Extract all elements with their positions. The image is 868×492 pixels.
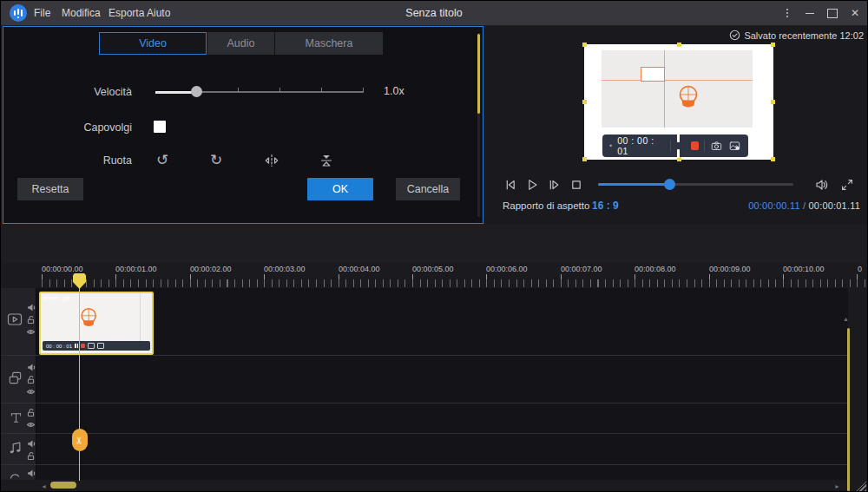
track-text-header xyxy=(1,403,36,433)
seek-slider[interactable] xyxy=(598,183,793,186)
hide-track-icon[interactable] xyxy=(26,327,36,337)
clip-name: ature-.gif xyxy=(43,294,70,302)
track-music xyxy=(1,434,848,465)
seek-slider-handle[interactable] xyxy=(664,179,675,190)
timeline: 00:00:00.00 00:00:01.00 00:00:02.00 00:0… xyxy=(1,263,867,492)
timeline-clip[interactable]: ature-.gif 00 : 00 : 01 xyxy=(39,292,154,355)
hide-track-icon[interactable] xyxy=(26,387,36,397)
selection-handle[interactable] xyxy=(677,43,681,47)
mute-track-icon[interactable] xyxy=(26,439,36,449)
rotate-cw-icon[interactable]: ↻ xyxy=(210,153,222,167)
flip-label: Capovolgi xyxy=(3,121,132,134)
track-video-lane[interactable] xyxy=(36,288,848,355)
vertical-scrollbar-thumb[interactable] xyxy=(847,328,850,491)
clip-pause-icon xyxy=(75,344,78,348)
check-circle-icon xyxy=(729,30,740,41)
horizontal-scrollbar-thumb[interactable] xyxy=(50,482,76,489)
reset-button[interactable]: Resetta xyxy=(17,178,83,200)
track-effects-lane[interactable] xyxy=(36,465,848,480)
speed-value: 1.0x xyxy=(384,85,404,97)
rotate-label: Ruota xyxy=(3,154,132,167)
clip-target-thumbnail xyxy=(80,307,99,331)
track-music-header xyxy=(1,434,36,464)
rotate-ccw-icon[interactable]: ↺ xyxy=(156,153,168,167)
selection-handle[interactable] xyxy=(771,157,775,161)
stop-button[interactable] xyxy=(566,174,587,195)
app-window: File Modifica Esporta Aiuto Senza titolo… xyxy=(0,0,868,492)
track-effects xyxy=(1,465,848,480)
record-stop-button[interactable] xyxy=(691,141,699,150)
flip-checkbox[interactable] xyxy=(154,121,166,133)
kebab-menu-button[interactable] xyxy=(779,5,796,21)
track-video: ature-.gif 00 : 00 : 01 xyxy=(1,288,848,356)
scroll-up-icon[interactable]: ▲ xyxy=(843,316,849,322)
close-button[interactable]: ✕ xyxy=(846,5,864,21)
clip-record-icon xyxy=(81,344,85,348)
ruler-label: 00:00:08.00 xyxy=(635,265,676,273)
clip-recorder-bar: 00 : 00 : 01 xyxy=(43,341,150,351)
lock-track-icon[interactable] xyxy=(26,451,36,461)
mute-track-icon[interactable] xyxy=(26,469,36,478)
next-frame-button[interactable] xyxy=(543,174,564,195)
guide-vertical xyxy=(664,50,665,128)
scroll-left-icon[interactable]: ◄ xyxy=(41,483,47,489)
minimize-button[interactable] xyxy=(801,5,819,21)
selection-handle[interactable] xyxy=(771,100,775,104)
timeline-toolbar: ↶ ↷ ✂ xyxy=(1,225,867,263)
selection-handle[interactable] xyxy=(582,100,587,104)
snapshot-icon[interactable] xyxy=(728,139,741,153)
panel-scrollbar-thumb[interactable] xyxy=(477,34,480,114)
camera-icon[interactable] xyxy=(710,139,723,153)
aspect-ratio-value[interactable]: 16 : 9 xyxy=(592,200,619,212)
ruler-label: 00:00:06.00 xyxy=(486,265,528,273)
mute-track-icon[interactable] xyxy=(26,303,36,312)
playhead-split-handle[interactable]: ✂ xyxy=(72,429,88,451)
cancel-button[interactable]: Cancella xyxy=(396,178,460,200)
flip-horizontal-icon[interactable] xyxy=(263,152,280,169)
recorder-overlay-bar: • 00 : 00 : 01 xyxy=(602,134,748,157)
tab-maschera[interactable]: Maschera xyxy=(275,32,383,55)
speed-slider-handle[interactable] xyxy=(191,86,202,97)
lock-track-icon[interactable] xyxy=(26,375,36,384)
timeline-ruler[interactable]: 00:00:00.00 00:00:01.00 00:00:02.00 00:0… xyxy=(1,263,867,288)
lock-track-icon[interactable] xyxy=(26,315,36,325)
ruler-label: 00:00:05.00 xyxy=(412,265,454,273)
pause-icon[interactable] xyxy=(676,130,686,161)
video-track-icon xyxy=(6,311,23,328)
horizontal-scrollbar[interactable]: ◄ ► xyxy=(1,481,867,492)
panel-scrollbar[interactable] xyxy=(477,33,480,217)
selection-handle[interactable] xyxy=(582,157,587,161)
maximize-icon xyxy=(827,9,838,18)
close-icon: ✕ xyxy=(851,7,859,19)
saved-status: Salvato recentemente 12:02 xyxy=(729,30,864,41)
scroll-right-icon[interactable]: ► xyxy=(834,483,840,489)
annotation-rectangle[interactable] xyxy=(641,67,665,82)
track-overlay xyxy=(1,356,848,403)
preview-canvas xyxy=(602,50,753,128)
preview-panel: Salvato recentemente 12:02 xyxy=(484,26,868,225)
selection-handle[interactable] xyxy=(771,43,775,47)
play-button[interactable] xyxy=(522,174,542,195)
mute-track-icon[interactable] xyxy=(26,363,36,372)
recorder-time: 00 : 00 : 01 xyxy=(617,135,665,156)
tab-audio[interactable]: Audio xyxy=(207,32,274,55)
previous-frame-button[interactable] xyxy=(500,174,521,195)
volume-button[interactable] xyxy=(812,174,832,195)
target-sticker[interactable] xyxy=(678,85,700,113)
hide-track-icon[interactable] xyxy=(26,420,36,430)
selection-handle[interactable] xyxy=(582,43,587,47)
lock-track-icon[interactable] xyxy=(26,408,36,417)
fullscreen-button[interactable] xyxy=(837,174,858,195)
maximize-button[interactable] xyxy=(824,5,841,21)
track-text-lane[interactable] xyxy=(36,403,848,433)
track-music-lane[interactable] xyxy=(36,434,848,464)
speed-slider[interactable] xyxy=(155,91,364,93)
tab-video[interactable]: Video xyxy=(99,32,207,55)
preview-stage[interactable]: • 00 : 00 : 01 xyxy=(584,44,773,160)
ok-button[interactable]: OK xyxy=(307,178,373,200)
split-scissors-icon: ✂ xyxy=(76,436,85,443)
track-overlay-lane[interactable] xyxy=(36,356,848,403)
track-area: ature-.gif 00 : 00 : 01 xyxy=(1,288,867,481)
effects-track-icon xyxy=(9,469,21,480)
flip-vertical-icon[interactable] xyxy=(318,152,335,169)
